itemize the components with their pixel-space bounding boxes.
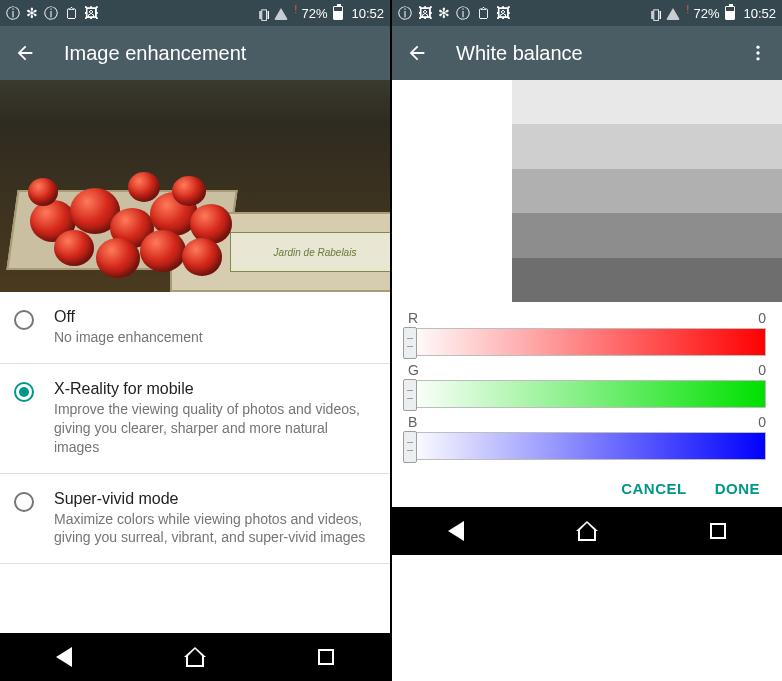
more-icon[interactable] [748, 43, 768, 63]
option-desc: Maximize colors while viewing photos and… [54, 510, 372, 548]
battery-percent: 72% [301, 6, 327, 21]
snowflake-icon: ✻ [438, 6, 450, 20]
clipboard-icon: 📋︎ [476, 6, 490, 20]
wifi-icon [664, 6, 682, 20]
info-icon: ⓘ [44, 6, 58, 20]
back-icon[interactable] [14, 42, 36, 64]
slider-b: B0 [408, 414, 766, 460]
slider-g: G0 [408, 362, 766, 408]
crate-label: Jardin de Rabelais [230, 232, 390, 272]
slider-track[interactable] [408, 432, 766, 460]
radio-icon[interactable] [14, 492, 34, 512]
channel-value: 0 [758, 310, 766, 326]
enhancement-options: OffNo image enhancementX-Reality for mob… [0, 292, 390, 633]
battery-alert-icon: ! [294, 4, 297, 15]
battery-alert-icon: ! [686, 4, 689, 15]
channel-label: G [408, 362, 419, 378]
channel-value: 0 [758, 362, 766, 378]
battery-percent: 72% [693, 6, 719, 21]
battery-icon [725, 6, 735, 20]
radio-icon[interactable] [14, 310, 34, 330]
preview-image: Jardin de Rabelais [0, 80, 390, 292]
option-super-vivid-mode[interactable]: Super-vivid modeMaximize colors while vi… [0, 474, 390, 565]
option-title: Off [54, 308, 372, 326]
image-icon: 🖼︎ [84, 6, 98, 20]
channel-label: B [408, 414, 417, 430]
option-title: Super-vivid mode [54, 490, 372, 508]
swatch [512, 213, 782, 257]
nav-back-icon[interactable] [448, 521, 464, 541]
nav-back-icon[interactable] [56, 647, 72, 667]
info-icon: ⓘ [398, 6, 412, 20]
grayscale-swatches [512, 80, 782, 302]
option-desc: No image enhancement [54, 328, 372, 347]
app-bar: Image enhancement [0, 26, 390, 80]
channel-value: 0 [758, 414, 766, 430]
page-title: White balance [456, 42, 583, 65]
swatch [512, 124, 782, 168]
nav-recent-icon[interactable] [710, 523, 726, 539]
option-off[interactable]: OffNo image enhancement [0, 292, 390, 364]
slider-thumb[interactable] [403, 379, 417, 411]
image-icon: 🖼︎ [496, 6, 510, 20]
dialog-actions: CANCEL DONE [392, 466, 782, 507]
clock: 10:52 [743, 6, 776, 21]
back-icon[interactable] [406, 42, 428, 64]
wifi-icon [272, 6, 290, 20]
option-title: X-Reality for mobile [54, 380, 372, 398]
cancel-button[interactable]: CANCEL [621, 480, 687, 497]
info-icon: ⓘ [456, 6, 470, 20]
channel-label: R [408, 310, 418, 326]
swatch [512, 258, 782, 302]
page-title: Image enhancement [64, 42, 246, 65]
vibrate-icon: ı▯ı [650, 6, 660, 21]
svg-point-1 [756, 51, 759, 54]
screen-image-enhancement: ⓘ ✻ ⓘ 📋︎ 🖼︎ ı▯ı ! 72% 10:52 Image enhanc… [0, 0, 390, 681]
status-bar: ⓘ 🖼︎ ✻ ⓘ 📋︎ 🖼︎ ı▯ı ! 72% 10:52 [392, 0, 782, 26]
snowflake-icon: ✻ [26, 6, 38, 20]
swatch [512, 169, 782, 213]
rgb-sliders: R0G0B0 [392, 302, 782, 466]
nav-home-icon[interactable] [184, 647, 206, 667]
nav-bar [392, 507, 782, 555]
swatch [512, 80, 782, 124]
clock: 10:52 [351, 6, 384, 21]
screen-white-balance: ⓘ 🖼︎ ✻ ⓘ 📋︎ 🖼︎ ı▯ı ! 72% 10:52 White bal… [392, 0, 782, 681]
app-bar: White balance [392, 26, 782, 80]
slider-track[interactable] [408, 380, 766, 408]
done-button[interactable]: DONE [715, 480, 760, 497]
info-icon: ⓘ [6, 6, 20, 20]
battery-icon [333, 6, 343, 20]
radio-icon[interactable] [14, 382, 34, 402]
nav-home-icon[interactable] [576, 521, 598, 541]
slider-track[interactable] [408, 328, 766, 356]
slider-thumb[interactable] [403, 431, 417, 463]
vibrate-icon: ı▯ı [258, 6, 268, 21]
clipboard-icon: 📋︎ [64, 6, 78, 20]
svg-point-2 [756, 57, 759, 60]
image-icon: 🖼︎ [418, 6, 432, 20]
svg-point-0 [756, 46, 759, 49]
slider-r: R0 [408, 310, 766, 356]
option-desc: Improve the viewing quality of photos an… [54, 400, 372, 457]
nav-bar [0, 633, 390, 681]
nav-recent-icon[interactable] [318, 649, 334, 665]
status-bar: ⓘ ✻ ⓘ 📋︎ 🖼︎ ı▯ı ! 72% 10:52 [0, 0, 390, 26]
option-x-reality-for-mobile[interactable]: X-Reality for mobileImprove the viewing … [0, 364, 390, 474]
slider-thumb[interactable] [403, 327, 417, 359]
